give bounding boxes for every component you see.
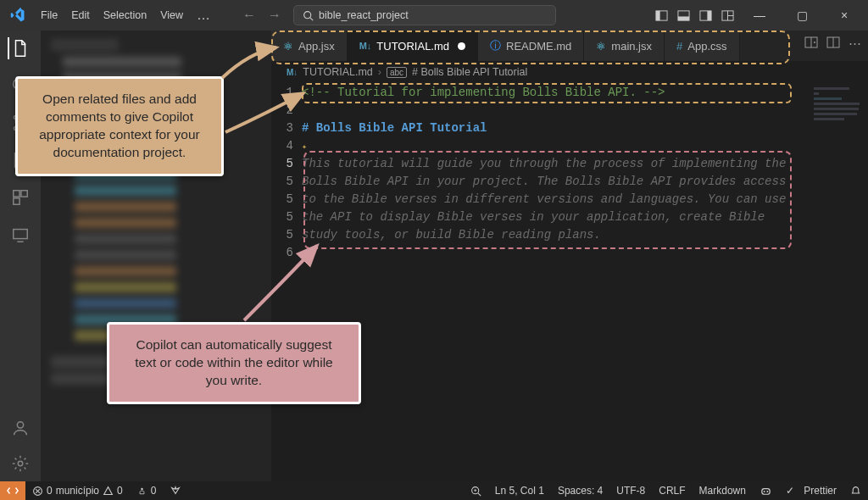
svg-line-33 (478, 492, 481, 495)
status-encoding[interactable]: UTF-8 (609, 485, 652, 497)
svg-rect-19 (14, 230, 28, 239)
svg-point-37 (764, 491, 765, 492)
status-spaces[interactable]: Spaces: 4 (551, 485, 609, 497)
dirty-indicator-icon (458, 42, 465, 50)
svg-point-31 (141, 487, 142, 489)
command-center-search[interactable]: bible_react_project (293, 5, 556, 25)
status-copilot-icon[interactable] (753, 485, 779, 497)
svg-point-0 (304, 11, 311, 18)
tab-label: main.jsx (611, 40, 652, 53)
layout-sidebar-right-icon[interactable] (698, 8, 712, 22)
svg-rect-36 (762, 488, 770, 494)
tab-label: App.jsx (298, 40, 335, 53)
editor-area: ⚛ App.jsx M↓ TUTORIAL.md ⓘ README.md ⚛ m… (271, 31, 868, 481)
tab-label: App.css (687, 40, 726, 53)
info-icon: ⓘ (490, 38, 501, 53)
status-live-icon[interactable] (163, 485, 188, 497)
editor-tabs: ⚛ App.jsx M↓ TUTORIAL.md ⓘ README.md ⚛ m… (271, 31, 868, 61)
tab-main-jsx[interactable]: ⚛ main.jsx (584, 31, 665, 61)
suggestion-line: This tutorial will guide you through the… (302, 155, 868, 173)
svg-point-22 (18, 461, 23, 466)
menu-view[interactable]: View (153, 6, 190, 25)
chevron-right-icon: › (378, 66, 381, 78)
layout-panel-bottom-icon[interactable] (676, 8, 690, 22)
status-problems[interactable]: 0 município 0 (25, 485, 130, 497)
tab-label: TUTORIAL.md (376, 40, 449, 53)
svg-point-25 (814, 42, 815, 43)
menu-selection[interactable]: Selection (97, 6, 153, 25)
css-icon: # (676, 40, 682, 53)
tab-app-jsx[interactable]: ⚛ App.jsx (271, 31, 348, 61)
react-icon: ⚛ (596, 40, 606, 53)
status-eol[interactable]: CRLF (652, 485, 692, 497)
menu-edit[interactable]: Edit (64, 6, 97, 25)
editor-actions: ⋯ (804, 36, 861, 51)
line-number-gutter: 1 2 3 4 5 5 5 5 5 6 (271, 83, 302, 481)
heading-icon: abc (387, 67, 407, 78)
split-editor-icon[interactable] (826, 36, 840, 51)
status-ln-col[interactable]: Ln 5, Col 1 (488, 485, 551, 497)
status-bar: 0 município 0 0 Ln 5, Col 1 Spaces: 4 UT… (0, 481, 868, 500)
svg-point-38 (766, 491, 768, 492)
tab-label: README.md (506, 40, 571, 53)
activity-remote-icon[interactable] (9, 224, 31, 246)
svg-rect-3 (655, 10, 659, 19)
minimap[interactable] (814, 85, 865, 153)
code-editor[interactable]: 1 2 3 4 5 5 5 5 5 6 <!-- Tutorial for im… (271, 83, 868, 481)
suggestion-line: the API to display Bible verses in your … (302, 208, 868, 226)
breadcrumb-symbol: # Bolls Bible API Tutorial (412, 66, 527, 78)
activity-extensions-icon[interactable] (9, 186, 31, 208)
md-icon: M↓ (359, 41, 372, 51)
react-icon: ⚛ (283, 40, 293, 53)
svg-rect-7 (707, 10, 711, 19)
sparkle-icon: ✦ (302, 142, 307, 152)
svg-rect-5 (677, 16, 688, 20)
remote-indicator[interactable] (0, 481, 25, 500)
code-line-heading: # Bolls Bible API Tutorial (302, 121, 487, 135)
suggestion-line: study tools, or build Bible reading plan… (302, 226, 868, 244)
suggestion-line: Bolls Bible API in your project. The Bol… (302, 173, 868, 191)
menu-file[interactable]: File (34, 6, 64, 25)
vscode-logo-icon (10, 8, 25, 23)
activity-explorer-icon[interactable] (8, 37, 31, 59)
activity-account-icon[interactable] (9, 417, 31, 439)
menu-overflow[interactable]: … (190, 4, 217, 26)
more-actions-icon[interactable]: ⋯ (849, 36, 861, 51)
svg-rect-18 (14, 198, 19, 204)
status-prettier[interactable]: ✓ Prettier (779, 485, 843, 497)
suggestion-line: to the Bible verses in different version… (302, 191, 868, 208)
status-notifications-icon[interactable] (843, 485, 868, 497)
nav-forward-icon[interactable]: → (268, 8, 281, 23)
activity-settings-icon[interactable] (9, 453, 31, 475)
tab-tutorial-md[interactable]: M↓ TUTORIAL.md (348, 31, 478, 61)
svg-line-1 (310, 17, 313, 19)
svg-rect-16 (14, 191, 19, 197)
status-ports[interactable]: 0 (130, 485, 164, 497)
annotation-callout-suggestion: Copilot can automatically suggest text o… (107, 322, 361, 404)
svg-point-21 (17, 422, 23, 428)
search-placeholder: bible_react_project (319, 9, 409, 21)
breadcrumb-file: TUTORIAL.md (303, 66, 372, 78)
window-close[interactable]: × (827, 8, 861, 22)
code-line-comment: <!-- Tutorial for implementing Bolls Bib… (302, 84, 868, 102)
status-language[interactable]: Markdown (693, 485, 753, 497)
layout-customize-icon[interactable] (721, 8, 734, 22)
open-preview-icon[interactable] (804, 36, 818, 51)
nav-back-icon[interactable]: ← (242, 8, 256, 23)
tab-app-css[interactable]: # App.css (665, 31, 739, 61)
window-minimize[interactable]: — (743, 8, 776, 22)
svg-rect-17 (21, 191, 27, 197)
window-maximize[interactable]: ▢ (785, 8, 819, 22)
annotation-callout-context: Open related files and add comments to g… (15, 76, 224, 176)
tab-readme-md[interactable]: ⓘ README.md (478, 31, 584, 61)
editor-breadcrumb[interactable]: M↓ TUTORIAL.md › abc # Bolls Bible API T… (271, 61, 868, 83)
code-lines[interactable]: <!-- Tutorial for implementing Bolls Bib… (302, 83, 868, 481)
layout-sidebar-left-icon[interactable] (654, 8, 668, 22)
md-icon: M↓ (287, 68, 298, 77)
title-bar: File Edit Selection View … ← → bible_rea… (0, 0, 868, 31)
status-zoom-icon[interactable] (464, 485, 488, 497)
